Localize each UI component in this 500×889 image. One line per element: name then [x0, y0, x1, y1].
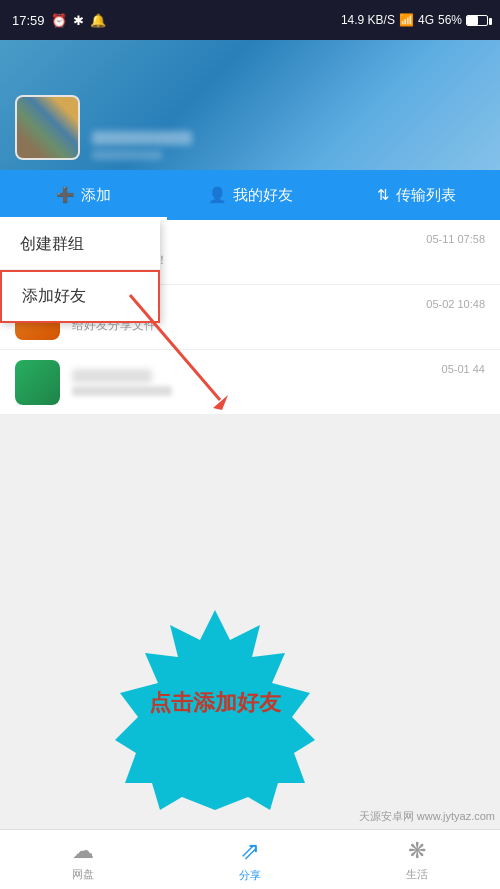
list-item-time: 05-02 10:48	[426, 298, 485, 310]
tab-navigation: ➕ 添加 👤 我的好友 ⇅ 传输列表	[0, 170, 500, 220]
bottom-navigation: ☁ 网盘 ⇗ 分享 ❋ 生活	[0, 829, 500, 889]
avatar	[15, 95, 80, 160]
4g-label: 4G	[418, 13, 434, 27]
life-icon: ❋	[408, 838, 426, 864]
time-display: 17:59	[12, 13, 45, 28]
dropdown-menu: 创建群组 添加好友	[0, 220, 160, 323]
bottom-nav-life[interactable]: ❋ 生活	[333, 838, 500, 882]
tab-friends-label: 我的好友	[233, 186, 293, 205]
network-speed: 14.9 KB/S	[341, 13, 395, 27]
share-icon: ⇗	[240, 837, 260, 865]
alarm-icon: ⏰	[51, 13, 67, 28]
status-right: 14.9 KB/S 📶 4G 56%	[341, 13, 488, 27]
create-group-item[interactable]: 创建群组	[0, 220, 160, 270]
profile-info	[92, 131, 192, 160]
friends-icon: 👤	[208, 186, 227, 204]
share-label: 分享	[239, 868, 261, 883]
bottom-nav-cloud[interactable]: ☁ 网盘	[0, 838, 167, 882]
add-plus-icon: ➕	[56, 186, 75, 204]
add-friend-item[interactable]: 添加好友	[0, 270, 160, 323]
list-item-content	[72, 369, 442, 396]
list-item[interactable]: 05-01 44	[0, 350, 500, 415]
watermark: 天源安卓网 www.jytyaz.com	[359, 809, 495, 824]
cloud-icon: ☁	[72, 838, 94, 864]
transfer-icon: ⇅	[377, 186, 390, 204]
bluetooth-icon: ✱	[73, 13, 84, 28]
battery-label: 56%	[438, 13, 462, 27]
status-left: 17:59 ⏰ ✱ 🔔	[12, 13, 106, 28]
cloud-label: 网盘	[72, 867, 94, 882]
tab-add[interactable]: ➕ 添加	[0, 170, 167, 220]
list-item-time: 05-11 07:58	[426, 233, 485, 245]
tab-transfer[interactable]: ⇅ 传输列表	[333, 170, 500, 220]
tab-add-label: 添加	[81, 186, 111, 205]
profile-subtitle	[92, 150, 162, 160]
tab-transfer-label: 传输列表	[396, 186, 456, 205]
battery-icon	[466, 15, 488, 26]
list-item-time: 05-01 44	[442, 363, 485, 375]
notification-icon: 🔔	[90, 13, 106, 28]
tab-friends[interactable]: 👤 我的好友	[167, 170, 334, 220]
wifi-icon: 📶	[399, 13, 414, 27]
list-item-message	[72, 386, 172, 396]
life-label: 生活	[406, 867, 428, 882]
profile-header	[0, 40, 500, 170]
content-area: 分享文件更方便！ 05-11 07:58 给好友分享文件 05-02 10:48…	[0, 220, 500, 829]
profile-name	[92, 131, 192, 145]
list-item-name	[72, 369, 152, 383]
avatar-green	[15, 360, 60, 405]
status-bar: 17:59 ⏰ ✱ 🔔 14.9 KB/S 📶 4G 56%	[0, 0, 500, 40]
bottom-nav-share[interactable]: ⇗ 分享	[167, 837, 334, 883]
